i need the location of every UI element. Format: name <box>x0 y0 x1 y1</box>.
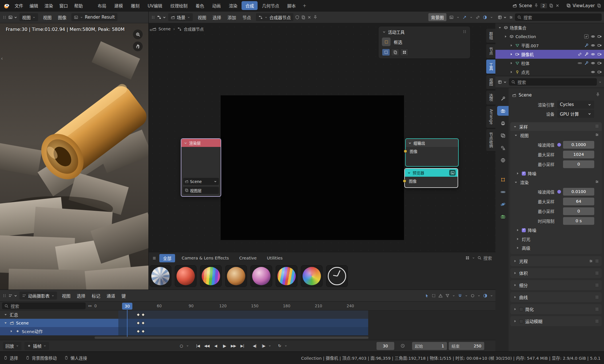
properties-tab-object[interactable] <box>497 175 509 184</box>
wrench-icon[interactable] <box>584 43 589 48</box>
disable-in-render-icon[interactable] <box>597 34 602 39</box>
asset-thumbnail-stripes-sphere[interactable] <box>200 265 222 287</box>
panel-section[interactable]: 光程 <box>510 256 602 266</box>
workspace-tab[interactable]: 建模 <box>111 1 127 10</box>
properties-tab-object-data[interactable] <box>497 212 509 221</box>
playback-popover[interactable]: 回放 <box>3 342 21 350</box>
pan-hand-gizmo[interactable] <box>133 42 143 51</box>
asset-thumbnail-pink-sphere[interactable] <box>250 265 272 287</box>
workspace-tab[interactable]: 雕刻 <box>127 1 143 10</box>
shelf-menu-icon[interactable] <box>152 256 156 260</box>
jump-to-start-button[interactable]: |◀ <box>194 342 202 350</box>
sidebar-tab[interactable]: 选项 <box>486 90 495 105</box>
expand-icon[interactable] <box>513 319 517 323</box>
subpanel-row[interactable]: 灯光 <box>510 235 602 243</box>
add-workspace-tab[interactable]: + <box>300 2 309 10</box>
outliner-row[interactable]: 点光 <box>495 68 604 76</box>
properties-tab-output[interactable] <box>497 118 509 128</box>
expand-icon[interactable] <box>513 271 517 275</box>
animate-toggle[interactable] <box>557 190 561 194</box>
hide-in-viewport-icon[interactable] <box>591 61 595 65</box>
workspace-tab[interactable]: 渲染 <box>225 1 241 10</box>
menu-item[interactable]: 视图 <box>59 290 74 301</box>
panel-grip-icon[interactable] <box>595 319 599 323</box>
outliner-row[interactable]: 平面.007 <box>495 41 604 50</box>
viewport-subpanel-header[interactable]: 视图 <box>510 131 602 140</box>
menu-item[interactable]: 选择 <box>74 290 89 301</box>
tool-extend-select-button[interactable] <box>391 49 399 56</box>
view-layer-field[interactable]: 视图层 <box>183 187 219 194</box>
expand-icon[interactable] <box>513 259 517 263</box>
expand-icon[interactable] <box>3 312 8 317</box>
device-dropdown[interactable]: GPU 计算 <box>557 110 594 118</box>
checkbox[interactable] <box>522 172 526 176</box>
workspace-tab[interactable]: 布局 <box>94 1 110 10</box>
expand-icon[interactable] <box>3 321 8 325</box>
sidebar-tab[interactable]: 节点收纳 <box>486 129 495 151</box>
panel-section[interactable]: 体积 <box>510 268 602 278</box>
channel-track[interactable] <box>118 319 368 327</box>
node-header[interactable]: 组输出 <box>406 139 458 147</box>
workspace-tab[interactable]: 动画 <box>208 1 224 10</box>
menu-item[interactable]: 窗口 <box>56 0 71 11</box>
copy-view-layer-icon[interactable] <box>597 3 601 8</box>
playhead-frame-badge[interactable]: 30 <box>122 303 132 310</box>
backdrop-image-icon[interactable] <box>449 15 454 19</box>
expand-icon[interactable] <box>509 52 513 56</box>
dope-sheet-mode-dropdown[interactable]: 动画摄影表 <box>19 292 57 300</box>
playback-sync-button[interactable]: ↻ <box>275 342 284 350</box>
asset-thumbnail-bands-sphere[interactable] <box>276 265 297 287</box>
animation-channel[interactable]: Scene <box>0 319 495 327</box>
value-field[interactable]: 64 <box>563 198 594 205</box>
panel-grip-icon[interactable] <box>595 295 599 299</box>
properties-tab-render[interactable] <box>497 106 509 116</box>
channel-track[interactable] <box>118 310 368 319</box>
image-input-socket[interactable] <box>403 179 406 183</box>
asset-catalog-tab[interactable]: Creative <box>236 255 260 261</box>
expand-icon[interactable] <box>515 171 520 176</box>
workspace-tab[interactable]: 纹理绘制 <box>166 1 191 10</box>
expand-icon[interactable] <box>509 43 513 48</box>
collapse-node-icon[interactable] <box>407 171 411 175</box>
menu-item[interactable]: 通道 <box>103 290 118 301</box>
play-button[interactable]: ▶ <box>220 342 229 350</box>
expand-icon[interactable] <box>515 237 520 241</box>
active-tool-button[interactable]: 框选 <box>382 38 467 46</box>
frame-end-field[interactable]: 结束250 <box>449 342 484 350</box>
value-field[interactable]: 1024 <box>563 151 594 158</box>
proportional-edit-icon[interactable] <box>470 294 475 298</box>
next-keyframe-button[interactable]: ▶▶ <box>229 342 238 350</box>
expand-icon[interactable] <box>9 329 13 333</box>
collapse-node-icon[interactable] <box>408 141 412 145</box>
asset-thumbnail-rainbow-sphere[interactable] <box>301 265 323 287</box>
auto-keyframe-button[interactable]: ○ <box>177 342 185 350</box>
render-layers-node[interactable]: 渲染层Scene视图层 <box>181 138 221 197</box>
region-collapse-icon[interactable]: ‹ <box>1 55 3 61</box>
pin-tree-icon[interactable] <box>313 15 317 19</box>
link-icon[interactable] <box>578 52 582 56</box>
snapping-icon[interactable] <box>458 294 462 298</box>
frame-start-field[interactable]: 起始1 <box>412 342 447 350</box>
checkbox[interactable] <box>519 319 523 323</box>
expand-icon[interactable] <box>503 34 508 39</box>
jump-to-end-button[interactable]: ▶| <box>238 342 246 350</box>
wrench-icon[interactable] <box>584 61 589 65</box>
asset-catalog-tab[interactable]: Utilities <box>263 255 287 261</box>
checkbox[interactable] <box>522 228 526 232</box>
menu-item[interactable]: 渲染 <box>41 0 56 11</box>
filter-icon[interactable] <box>445 294 450 298</box>
image-browse-icon[interactable] <box>74 15 78 19</box>
workspace-tab[interactable]: 几何节点 <box>258 1 283 10</box>
step-forward-button[interactable]: |▶ <box>259 342 268 350</box>
scene-field[interactable]: Scene <box>183 178 219 185</box>
subpanel-row[interactable]: 降噪 <box>510 169 602 178</box>
scene-selector[interactable]: 场景 <box>168 13 193 21</box>
new-tree-icon[interactable] <box>301 15 305 19</box>
sidebar-tab[interactable]: 视图 <box>486 75 495 89</box>
viewer-node[interactable]: 预览器图像 <box>404 168 458 188</box>
expand-icon[interactable] <box>498 25 502 30</box>
panel-grip-icon[interactable] <box>595 271 599 275</box>
editor-type-button[interactable] <box>8 15 18 19</box>
node-canvas[interactable]: Scene›合成器节点 « 渲染层Scene视图层 组输出图像 预览器图像 活动… <box>149 23 495 252</box>
menu-item[interactable]: 视图 <box>195 11 209 23</box>
